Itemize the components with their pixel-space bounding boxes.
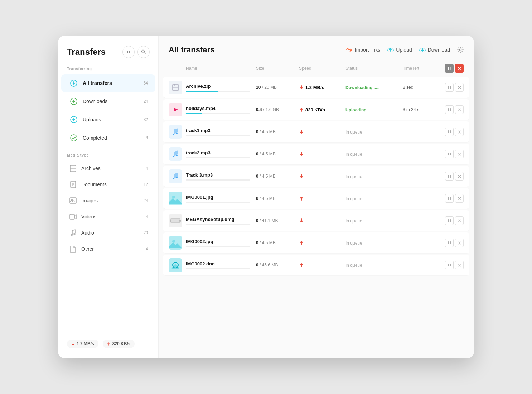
media-item-images[interactable]: Images 24: [61, 193, 155, 208]
cancel-row-icon: [458, 197, 461, 200]
status-cell: In queue: [345, 240, 403, 246]
media-icon-archives: [68, 164, 78, 173]
sidebar-header-actions: [122, 46, 150, 58]
sidebar-item-uploads[interactable]: Uploads 32: [61, 111, 155, 129]
cancel-transfer-button[interactable]: [455, 128, 464, 136]
import-links-button[interactable]: Import links: [345, 47, 381, 53]
speed-cell: 1.2 MB/s: [299, 85, 345, 90]
media-badge-archives: 4: [146, 166, 148, 171]
progress-bar: [186, 113, 250, 114]
pause-all-button[interactable]: [122, 46, 135, 58]
th-actions: ✕: [439, 64, 464, 73]
file-name: IMG0002.jpg: [186, 239, 250, 244]
cancel-transfer-button[interactable]: [455, 83, 464, 92]
download-button[interactable]: Download: [419, 47, 450, 53]
pause-transfer-button[interactable]: [445, 194, 454, 203]
row-actions: [439, 216, 464, 225]
upload-button[interactable]: Upload: [387, 47, 412, 53]
file-info-track3-mp3: Track 3.mp3: [186, 172, 256, 181]
pause-transfer-button[interactable]: [445, 172, 454, 181]
nav-badge-uploads: 32: [144, 117, 148, 122]
pause-transfer-button[interactable]: [445, 83, 454, 92]
svg-rect-52: [450, 197, 451, 200]
search-button[interactable]: [137, 46, 150, 58]
svg-rect-38: [450, 130, 451, 133]
settings-button[interactable]: [457, 47, 464, 53]
cancel-transfer-button[interactable]: [455, 194, 464, 203]
file-name: track1.mp3: [186, 128, 250, 133]
th-size: Size: [256, 64, 299, 73]
settings-icon: [457, 47, 464, 53]
media-item-audio[interactable]: Audio 20: [61, 225, 155, 241]
status-text: In queue: [345, 196, 362, 201]
media-item-archives[interactable]: Archives 4: [61, 160, 155, 176]
svg-rect-58: [179, 220, 181, 222]
svg-rect-57: [170, 220, 171, 222]
cancel-transfer-button[interactable]: [455, 261, 464, 269]
sidebar-item-downloads[interactable]: Downloads 24: [61, 92, 155, 110]
svg-rect-1: [129, 51, 130, 53]
transfer-row-megasync-dmg: MEGAsyncSetup.dmg 0 / 41.1 MB In queue: [163, 210, 469, 231]
sidebar: Transfers Transferring A: [58, 36, 159, 358]
nav-icon-completed: [68, 133, 79, 143]
time-cell: 8 sec: [403, 85, 439, 90]
pause-transfer-button[interactable]: [445, 261, 454, 269]
pause-transfer-button[interactable]: [445, 216, 454, 225]
cancel-transfer-button[interactable]: [455, 239, 464, 247]
speed-cell: [299, 240, 345, 245]
nav-badge-all-transfers: 64: [144, 81, 148, 86]
progress-bar: [186, 135, 250, 136]
transfer-row-track1-mp3: track1.mp3 0 / 4.5 MB In queue: [163, 121, 469, 143]
pause-transfer-button[interactable]: [445, 150, 454, 158]
size-cell: 0 / 4.5 MB: [256, 174, 299, 179]
sidebar-item-completed[interactable]: Completed 8: [61, 129, 155, 147]
cancel-transfer-button[interactable]: [455, 105, 464, 114]
row-actions: [439, 105, 464, 114]
cancel-all-transfers-button[interactable]: ✕: [455, 64, 464, 73]
th-name: Name: [186, 64, 256, 73]
sidebar-title: Transfers: [67, 47, 106, 57]
progress-bar: [186, 157, 250, 158]
status-cell: Downloading......: [345, 84, 403, 91]
pause-transfer-button[interactable]: [445, 128, 454, 136]
file-info-holidays-mp4: holidays.mp4: [186, 106, 256, 114]
cancel-transfer-button[interactable]: [455, 216, 464, 225]
pause-transfer-button[interactable]: [445, 105, 454, 114]
cancel-row-icon: [458, 108, 461, 111]
cancel-row-icon: [458, 86, 461, 89]
file-name: holidays.mp4: [186, 106, 250, 111]
size-cell: 0 / 4.5 MB: [256, 196, 299, 201]
media-item-documents[interactable]: Documents 12: [61, 177, 155, 192]
svg-rect-65: [448, 241, 449, 244]
file-info-img0001-jpg: IMG0001.jpg: [186, 194, 256, 203]
cancel-transfer-button[interactable]: [455, 172, 464, 181]
media-section: Media type Archives 4 Documents 12 Image…: [58, 153, 158, 257]
pause-all-transfers-button[interactable]: [445, 64, 454, 73]
sidebar-item-all-transfers[interactable]: All transfers 64: [61, 74, 155, 92]
media-label-documents: Documents: [81, 182, 144, 187]
media-section-label: Media type: [58, 153, 158, 160]
media-label-archives: Archives: [81, 165, 146, 171]
pause-transfer-button[interactable]: [445, 239, 454, 247]
file-thumb-holidays-mp4: [169, 103, 182, 116]
status-text: In queue: [345, 130, 362, 135]
media-item-other[interactable]: Other 4: [61, 241, 155, 257]
size-cell: 10 / 20 MB: [256, 85, 299, 90]
media-item-videos[interactable]: Videos 4: [61, 209, 155, 225]
file-info-archive-zip: Archive.zip: [186, 83, 256, 92]
svg-point-50: [172, 196, 175, 198]
svg-rect-19: [70, 214, 74, 219]
status-text: In queue: [345, 174, 362, 179]
speed-arrow: [299, 174, 304, 179]
svg-line-3: [144, 53, 146, 54]
speed-value: 1.2 MB/s: [305, 85, 324, 90]
cancel-transfer-button[interactable]: [455, 150, 464, 158]
status-cell: Uploading...: [345, 106, 403, 113]
speed-cell: [299, 196, 345, 201]
speed-cell: [299, 218, 345, 223]
svg-point-64: [172, 240, 175, 243]
row-actions: [439, 150, 464, 158]
file-info-megasync-dmg: MEGAsyncSetup.dmg: [186, 217, 256, 225]
row-actions: [439, 128, 464, 136]
file-thumb-track2-mp3: [169, 147, 182, 161]
